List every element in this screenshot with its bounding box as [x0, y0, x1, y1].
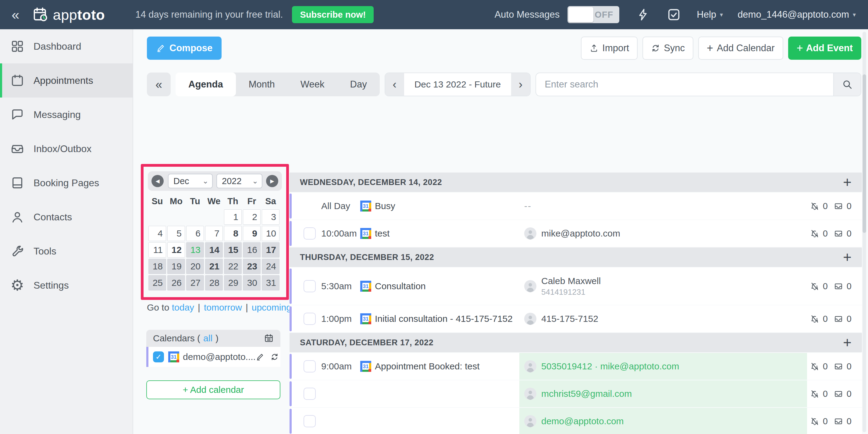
event-row[interactable]: demo@apptoto.com00: [289, 408, 862, 434]
tab-month[interactable]: Month: [236, 72, 288, 96]
sidebar-item-inbox-outbox[interactable]: Inbox/Outbox: [0, 132, 132, 166]
calendar-day-cell[interactable]: 21: [205, 259, 223, 274]
calendar-day-cell[interactable]: 12: [167, 242, 185, 257]
year-select[interactable]: 2022⌄: [216, 174, 262, 188]
edit-calendar-icon[interactable]: [256, 352, 264, 361]
calendar-day-cell[interactable]: 8: [224, 226, 242, 241]
calendar-day-cell[interactable]: 5: [167, 226, 185, 241]
calendar-day-cell[interactable]: 14: [205, 242, 223, 257]
collapse-sidebar-icon[interactable]: «: [11, 8, 20, 22]
event-row[interactable]: All Day31Busy--00: [289, 193, 862, 219]
calendar-day-cell[interactable]: 15: [224, 242, 242, 257]
calendar-day-cell[interactable]: 9: [243, 226, 260, 241]
sidebar-item-appointments[interactable]: Appointments: [0, 63, 132, 97]
calendar-day-cell[interactable]: 23: [243, 259, 260, 274]
date-range-label[interactable]: Dec 13 2022 - Future: [404, 73, 512, 96]
calendar-checkbox[interactable]: ✓: [153, 351, 164, 362]
collapse-panel-button[interactable]: «: [147, 72, 171, 96]
event-row[interactable]: 5:30am31ConsultationCaleb Maxwell5414191…: [289, 268, 862, 305]
tab-agenda[interactable]: Agenda: [176, 72, 236, 96]
compose-button[interactable]: Compose: [147, 37, 222, 60]
calendar-day-cell[interactable]: 11: [148, 242, 166, 257]
event-checkbox[interactable]: [304, 388, 316, 400]
sidebar-item-messaging[interactable]: Messaging: [0, 97, 132, 132]
calendar-day-cell[interactable]: 17: [262, 242, 279, 257]
event-checkbox[interactable]: [304, 360, 316, 372]
sidebar-item-contacts[interactable]: Contacts: [0, 200, 132, 234]
add-event-day-button[interactable]: +: [843, 250, 851, 265]
event-checkbox[interactable]: [304, 227, 316, 240]
calendar-day-cell[interactable]: 4: [148, 226, 166, 241]
month-select[interactable]: Dec⌄: [168, 174, 213, 188]
sync-button[interactable]: Sync: [643, 37, 693, 60]
event-row[interactable]: mchrist59@gmail.com00: [289, 380, 862, 407]
sidebar-item-booking-pages[interactable]: Booking Pages: [0, 166, 132, 200]
event-checkbox[interactable]: [304, 415, 316, 427]
event-checkbox[interactable]: [304, 313, 316, 325]
search-bar: [535, 72, 861, 96]
prev-month-button[interactable]: ◀: [152, 175, 164, 187]
scrollbar[interactable]: [863, 32, 866, 432]
calendar-day-cell[interactable]: 13: [186, 242, 204, 257]
calendar-day-cell[interactable]: 25: [148, 275, 166, 290]
sidebar-item-settings[interactable]: ⚙Settings: [0, 268, 132, 302]
date-prev-button[interactable]: ‹: [385, 73, 404, 96]
calendar-day-cell[interactable]: 31: [262, 275, 279, 290]
search-input[interactable]: [536, 73, 833, 96]
add-calendar-list-button[interactable]: + Add calendar: [146, 380, 280, 399]
calendar-day-cell[interactable]: 6: [186, 226, 204, 241]
help-menu[interactable]: Help ▾: [697, 9, 723, 20]
weekday-label: Mo: [167, 196, 186, 206]
toolbar: Compose Import Sync + Add Calendar + Add: [133, 29, 868, 60]
calendar-day-cell[interactable]: 10: [262, 226, 279, 241]
goto-link-upcoming[interactable]: upcoming: [252, 302, 291, 312]
goto-links: Go to today|tomorrow|upcoming: [147, 302, 291, 313]
add-event-day-button[interactable]: +: [843, 335, 851, 350]
event-row[interactable]: 10:00am31testmike@apptoto.com00: [289, 220, 862, 247]
subscribe-button[interactable]: Subscribe now!: [292, 6, 374, 23]
calendar-day-cell[interactable]: 7: [205, 226, 223, 241]
calendar-day-cell[interactable]: 24: [262, 259, 279, 274]
avatar: [524, 360, 536, 372]
tasks-icon[interactable]: [667, 8, 681, 22]
calendar-cell-empty: [167, 209, 185, 225]
calendar-day-cell[interactable]: 29: [224, 275, 242, 290]
calendar-grid-icon: [264, 334, 274, 343]
calendar-day-cell[interactable]: 20: [186, 259, 204, 274]
calendar-day-cell[interactable]: 1: [224, 209, 242, 225]
calendar-day-cell[interactable]: 26: [167, 275, 185, 290]
event-row[interactable]: 1:00pm31Initial consultation - 415-175-7…: [289, 305, 862, 332]
bolt-icon[interactable]: [637, 8, 650, 21]
import-button[interactable]: Import: [581, 37, 638, 60]
goto-link-tomorrow[interactable]: tomorrow: [204, 302, 242, 312]
next-month-button[interactable]: ▶: [266, 175, 278, 187]
search-button[interactable]: [833, 73, 861, 96]
calendar-day-cell[interactable]: 30: [243, 275, 260, 290]
goto-link-today[interactable]: today: [172, 302, 194, 312]
calendar-day-cell[interactable]: 2: [243, 209, 260, 225]
add-calendar-button[interactable]: + Add Calendar: [698, 37, 783, 60]
event-row[interactable]: 9:00am31Appointment Booked: test50350194…: [289, 353, 862, 380]
account-menu[interactable]: demo_1446@apptoto.com ▾: [738, 9, 856, 20]
calendar-day-cell[interactable]: 16: [243, 242, 260, 257]
add-event-day-button[interactable]: +: [843, 175, 851, 190]
calendar-day-cell[interactable]: 28: [205, 275, 223, 290]
apptoto-logo[interactable]: apptoto: [32, 6, 105, 23]
calendars-all-link[interactable]: all: [203, 333, 212, 343]
tab-day[interactable]: Day: [337, 72, 380, 96]
sidebar-item-dashboard[interactable]: Dashboard: [0, 29, 132, 63]
date-next-button[interactable]: ›: [511, 73, 530, 96]
auto-messages-toggle[interactable]: OFF: [567, 6, 619, 23]
event-checkbox[interactable]: [304, 280, 316, 292]
tab-week[interactable]: Week: [288, 72, 337, 96]
calendar-day-cell[interactable]: 22: [224, 259, 242, 274]
calendar-day-cell[interactable]: 27: [186, 275, 204, 290]
scrollbar-thumb[interactable]: [863, 74, 866, 233]
calendar-day-cell[interactable]: 18: [148, 259, 166, 274]
calendar-row[interactable]: ✓31demo@apptoto....: [146, 347, 280, 367]
calendar-day-cell[interactable]: 3: [262, 209, 279, 225]
calendar-day-cell[interactable]: 19: [167, 259, 185, 274]
add-event-button[interactable]: + Add Event: [788, 37, 861, 60]
refresh-calendar-icon[interactable]: [270, 352, 279, 361]
sidebar-item-tools[interactable]: Tools: [0, 234, 132, 268]
